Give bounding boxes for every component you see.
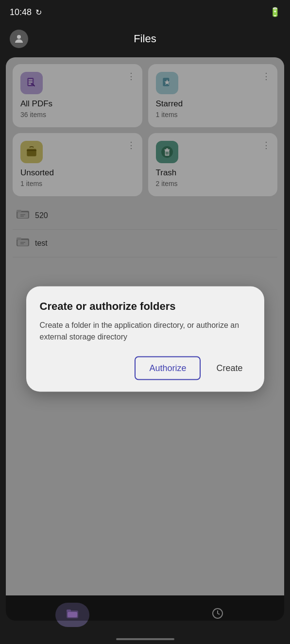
page-title: Files [134,33,156,45]
dialog-body: Create a folder in the application direc… [40,320,251,343]
battery-icon: 🔋 [270,7,280,17]
authorize-button[interactable]: Authorize [135,356,201,380]
dialog-create-authorize: Create or authorize folders Create a fol… [26,287,264,392]
dialog-title: Create or authorize folders [40,300,251,313]
home-indicator [116,638,174,640]
time-display: 10:48 [10,7,32,17]
status-left: 10:48 ↻ [10,7,42,17]
create-button[interactable]: Create [208,357,250,379]
main-content: ⋮ All PDFs 36 items ⋮ [6,57,284,621]
avatar[interactable] [10,30,28,48]
dialog-actions: Authorize Create [40,356,251,380]
svg-point-0 [17,35,21,39]
top-bar: Files [0,24,290,53]
sync-icon: ↻ [35,8,42,17]
status-bar: 10:48 ↻ 🔋 [0,0,290,24]
